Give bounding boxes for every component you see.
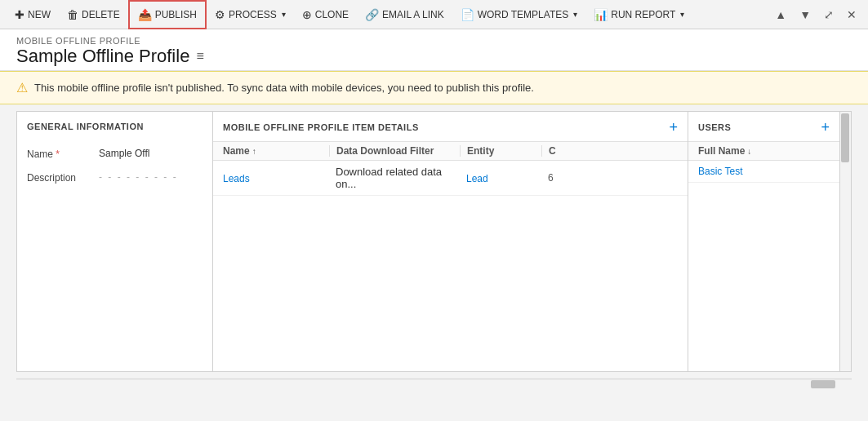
sort-icon-name: ↑ xyxy=(252,147,256,156)
lead-link[interactable]: Lead xyxy=(466,173,488,184)
scrollbar-thumb xyxy=(841,113,849,162)
run-report-button[interactable]: 📊 RUN REPORT ▾ xyxy=(585,0,692,29)
details-cell-filter: Download related data on... xyxy=(329,166,460,190)
col-name: Name ↑ xyxy=(223,145,329,157)
clone-button[interactable]: ⊕ CLONE xyxy=(294,0,357,29)
required-indicator: * xyxy=(53,148,60,160)
name-label: Name * xyxy=(27,148,92,160)
header-area: MOBILE OFFLINE PROFILE Sample Offline Pr… xyxy=(0,29,868,71)
leads-link[interactable]: Leads xyxy=(223,173,250,184)
up-button[interactable]: ▲ xyxy=(770,5,791,24)
panel-general: GENERAL INFORMATION Name * Sample Offl D… xyxy=(17,112,213,371)
sort-icon-fullname: ↓ xyxy=(747,147,751,156)
col-entity: Entity xyxy=(460,145,541,157)
title-menu-icon[interactable]: ≡ xyxy=(196,49,203,64)
page-title: Sample Offline Profile xyxy=(16,46,189,67)
details-row: Leads Download related data on... Lead 6 xyxy=(213,161,688,196)
basic-test-link[interactable]: Basic Test xyxy=(698,166,742,177)
warning-message: This mobile offline profile isn't publis… xyxy=(34,82,534,94)
warning-banner: ⚠ This mobile offline profile isn't publ… xyxy=(0,71,868,104)
details-grid-header: Name ↑ Data Download Filter Entity C xyxy=(213,142,688,161)
details-cell-extra: 6 xyxy=(541,172,566,184)
new-button[interactable]: ✚ NEW xyxy=(7,0,59,29)
close-button[interactable]: ✕ xyxy=(842,5,861,24)
users-title: USERS xyxy=(698,122,731,132)
description-value: - - - - - - - - - xyxy=(99,171,178,183)
delete-icon: 🗑 xyxy=(67,8,78,21)
word-templates-caret: ▾ xyxy=(573,10,577,19)
users-header: USERS + xyxy=(688,112,839,142)
run-report-caret: ▾ xyxy=(680,10,684,19)
word-icon: 📄 xyxy=(461,8,474,21)
delete-button[interactable]: 🗑 DELETE xyxy=(59,0,128,29)
toolbar: ✚ NEW 🗑 DELETE 📤 PUBLISH ⚙ PROCESS ▾ ⊕ C… xyxy=(0,0,868,29)
down-button[interactable]: ▼ xyxy=(795,5,816,24)
description-label: Description xyxy=(27,171,92,184)
panel-details: MOBILE OFFLINE PROFILE ITEM DETAILS + Na… xyxy=(213,112,688,371)
users-row: Basic Test xyxy=(688,161,839,183)
col-full-name: Full Name ↓ xyxy=(698,145,804,157)
general-info-title: GENERAL INFORMATION xyxy=(27,122,203,138)
col-filter: Data Download Filter xyxy=(329,145,460,157)
panels-container: GENERAL INFORMATION Name * Sample Offl D… xyxy=(16,111,852,372)
publish-button[interactable]: 📤 PUBLISH xyxy=(128,0,207,29)
page-title-container: Sample Offline Profile ≡ xyxy=(16,46,852,67)
process-caret: ▾ xyxy=(282,10,286,19)
users-add-button[interactable]: + xyxy=(821,120,830,135)
expand-button[interactable]: ⤢ xyxy=(819,5,839,24)
users-grid-header: Full Name ↓ xyxy=(688,142,839,161)
details-header: MOBILE OFFLINE PROFILE ITEM DETAILS + xyxy=(213,112,688,142)
toolbar-right: ▲ ▼ ⤢ ✕ xyxy=(770,5,861,24)
vertical-scrollbar[interactable] xyxy=(839,112,851,371)
panel-users: USERS + Full Name ↓ Basic Test xyxy=(688,112,839,371)
email-link-button[interactable]: 🔗 EMAIL A LINK xyxy=(357,0,452,29)
details-add-button[interactable]: + xyxy=(669,120,678,135)
horizontal-scrollbar[interactable] xyxy=(16,379,852,390)
clone-icon: ⊕ xyxy=(302,8,312,21)
horizontal-scrollbar-thumb xyxy=(811,380,835,388)
name-value: Sample Offl xyxy=(99,148,149,159)
process-icon: ⚙ xyxy=(215,8,225,21)
col-extra: C xyxy=(541,145,566,157)
field-row-name: Name * Sample Offl xyxy=(27,148,203,160)
publish-icon: 📤 xyxy=(138,8,152,21)
field-row-description: Description - - - - - - - - - xyxy=(27,171,203,184)
process-button[interactable]: ⚙ PROCESS ▾ xyxy=(207,0,294,29)
breadcrumb: MOBILE OFFLINE PROFILE xyxy=(16,36,852,46)
new-icon: ✚ xyxy=(15,8,24,21)
word-templates-button[interactable]: 📄 WORD TEMPLATES ▾ xyxy=(452,0,586,29)
details-title: MOBILE OFFLINE PROFILE ITEM DETAILS xyxy=(223,122,419,132)
report-icon: 📊 xyxy=(594,8,608,21)
link-icon: 🔗 xyxy=(365,8,379,21)
warning-icon: ⚠ xyxy=(16,80,28,95)
details-cell-name: Leads xyxy=(223,172,329,184)
details-cell-entity: Lead xyxy=(460,172,541,184)
